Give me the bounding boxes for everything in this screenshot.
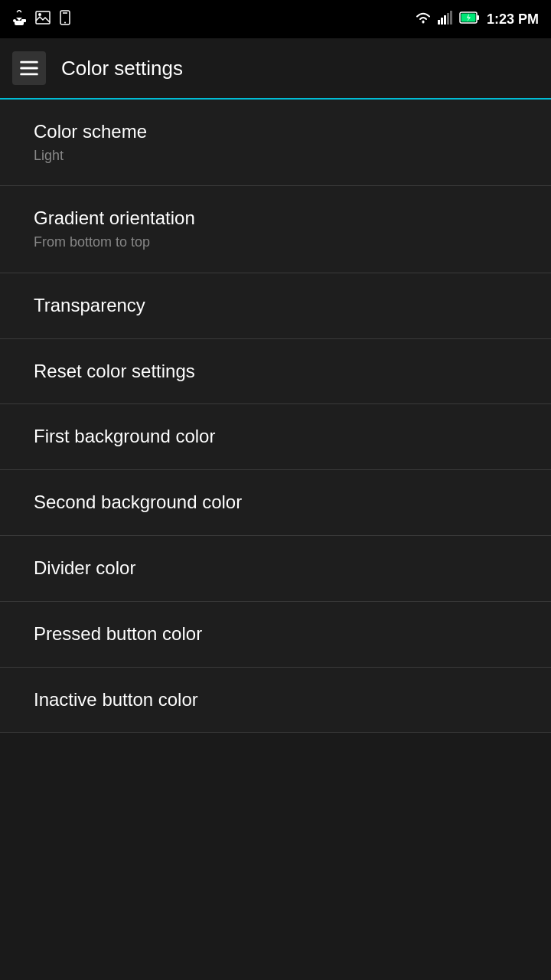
toolbar: Color settings: [0, 38, 551, 100]
settings-item-first-background-color[interactable]: First background color: [0, 404, 551, 470]
settings-item-transparency[interactable]: Transparency: [0, 273, 551, 339]
svg-point-0: [13, 19, 16, 22]
svg-line-2: [17, 10, 19, 12]
settings-item-title-first-background-color: First background color: [34, 426, 517, 448]
svg-rect-14: [450, 11, 452, 24]
settings-item-divider-color[interactable]: Divider color: [0, 536, 551, 602]
usb-icon: [12, 10, 26, 29]
settings-item-color-scheme[interactable]: Color schemeLight: [0, 100, 551, 186]
svg-point-9: [422, 21, 424, 24]
svg-rect-18: [20, 61, 37, 64]
svg-rect-19: [20, 67, 37, 70]
status-bar: 1:23 PM: [0, 0, 551, 38]
settings-item-inactive-button-color[interactable]: Inactive button color: [0, 668, 551, 733]
svg-line-3: [19, 10, 21, 12]
settings-item-title-gradient-orientation: Gradient orientation: [34, 207, 517, 230]
settings-item-subtitle-gradient-orientation: From bottom to top: [34, 234, 517, 251]
mobile-icon: [60, 10, 70, 29]
settings-item-title-color-scheme: Color scheme: [34, 121, 517, 143]
svg-rect-13: [447, 13, 449, 24]
settings-item-title-reset-color-settings: Reset color settings: [34, 361, 517, 383]
status-time: 1:23 PM: [487, 11, 539, 28]
settings-list: Color schemeLightGradient orientationFro…: [0, 100, 551, 733]
settings-item-title-divider-color: Divider color: [34, 557, 517, 580]
image-icon: [35, 11, 51, 28]
svg-rect-4: [36, 11, 50, 24]
settings-item-gradient-orientation[interactable]: Gradient orientationFrom bottom to top: [0, 186, 551, 273]
settings-item-title-second-background-color: Second background color: [34, 492, 517, 514]
signal-icon: [438, 11, 453, 28]
settings-item-second-background-color[interactable]: Second background color: [0, 470, 551, 536]
battery-icon: [459, 11, 481, 28]
page-title: Color settings: [61, 57, 183, 80]
settings-item-title-pressed-button-color: Pressed button color: [34, 623, 517, 645]
menu-button[interactable]: [12, 51, 46, 85]
svg-rect-1: [21, 19, 26, 22]
settings-item-subtitle-color-scheme: Light: [34, 148, 517, 165]
svg-rect-16: [477, 15, 479, 20]
wifi-icon: [415, 11, 432, 28]
settings-item-pressed-button-color[interactable]: Pressed button color: [0, 602, 551, 668]
menu-icon: [18, 57, 40, 79]
svg-point-7: [64, 21, 66, 23]
svg-rect-11: [441, 18, 443, 24]
svg-rect-10: [438, 20, 440, 24]
settings-item-reset-color-settings[interactable]: Reset color settings: [0, 339, 551, 405]
status-bar-left-icons: [12, 10, 70, 29]
settings-item-title-transparency: Transparency: [34, 295, 517, 317]
status-bar-right-icons: 1:23 PM: [415, 11, 539, 28]
svg-point-5: [38, 13, 41, 16]
settings-item-title-inactive-button-color: Inactive button color: [34, 689, 517, 711]
svg-rect-20: [20, 73, 37, 75]
svg-rect-12: [444, 15, 446, 24]
